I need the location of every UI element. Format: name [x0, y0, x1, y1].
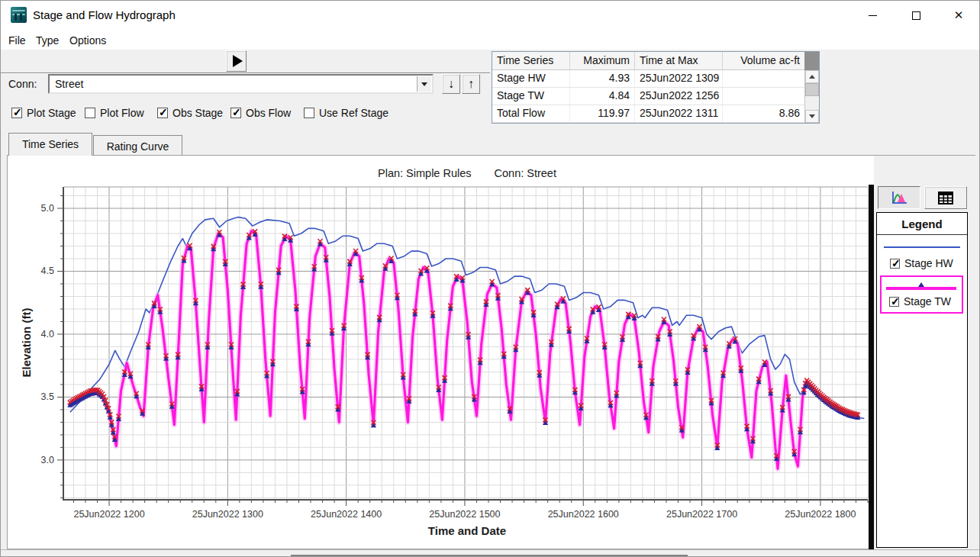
- conn-combobox-value: Street: [55, 78, 83, 90]
- time-series-tab-content: 25Jun2022 120025Jun2022 130025Jun2022 14…: [7, 155, 975, 549]
- row0-series: Stage HW: [492, 70, 570, 87]
- x-axis-label: Time and Date: [428, 524, 506, 537]
- row2-time-at-max: 25Jun2022 1311: [635, 105, 723, 122]
- row1-time-at-max: 25Jun2022 1256: [635, 88, 723, 105]
- legend-splitter-handle[interactable]: [869, 185, 874, 549]
- table-row[interactable]: Stage TW 4.84 25Jun2022 1256: [492, 88, 819, 105]
- observed-data-markers: [67, 229, 860, 460]
- hec-ras-app-icon: [11, 7, 27, 23]
- obs-stage-label: Obs Stage: [172, 107, 223, 119]
- summary-stats-table: Time Series Maximum Time at Max Volume a…: [492, 51, 820, 124]
- svg-text:25Jun2022 1800: 25Jun2022 1800: [785, 509, 856, 520]
- svg-text:25Jun2022 1200: 25Jun2022 1200: [73, 509, 144, 520]
- stage-hw-checkbox-icon: [890, 259, 900, 269]
- scrollbar-thumb[interactable]: [805, 83, 819, 96]
- conn-dropdown-button[interactable]: [417, 76, 431, 92]
- scroll-down-icon: [809, 114, 815, 118]
- svg-text:3.0: 3.0: [41, 455, 54, 465]
- legend-title: Legend: [877, 213, 967, 235]
- maximize-icon: [912, 11, 920, 20]
- svg-text:5.0: 5.0: [41, 203, 54, 214]
- row2-series: Total Flow: [492, 105, 570, 122]
- col-volume: Volume ac-ft: [723, 52, 805, 69]
- stage-hw-line-sample: [884, 246, 960, 248]
- col-time-series: Time Series: [492, 52, 570, 69]
- menu-options[interactable]: Options: [66, 33, 109, 48]
- tab-time-series[interactable]: Time Series: [8, 133, 92, 156]
- plot-flow-checkbox-icon: [85, 108, 95, 118]
- conn-combobox[interactable]: Street: [48, 74, 434, 94]
- plot-flow-label: Plot Flow: [100, 107, 144, 119]
- row0-time-at-max: 25Jun2022 1309: [635, 70, 723, 87]
- row1-maximum: 4.84: [570, 88, 635, 105]
- chart-title: Plan: Simple RulesConn: Street: [378, 167, 556, 179]
- svg-text:25Jun2022 1500: 25Jun2022 1500: [429, 509, 500, 520]
- next-connection-button[interactable]: ↑: [462, 74, 480, 94]
- svg-text:25Jun2022 1400: 25Jun2022 1400: [311, 509, 382, 520]
- table-scrollbar[interactable]: [804, 70, 819, 123]
- show-table-button[interactable]: [924, 186, 967, 209]
- tab-rating-curve[interactable]: Rating Curve: [93, 135, 182, 156]
- legend-entry-stage-tw-selected[interactable]: Stage TW: [880, 275, 963, 314]
- arrow-up-icon: ↑: [468, 77, 474, 91]
- obs-flow-label: Obs Flow: [246, 107, 291, 119]
- previous-connection-button[interactable]: ↓: [442, 74, 460, 94]
- col-maximum: Maximum: [570, 52, 635, 69]
- play-icon: [233, 55, 243, 67]
- show-plot-button[interactable]: [878, 186, 920, 209]
- menu-file[interactable]: File: [5, 33, 29, 48]
- menu-type[interactable]: Type: [33, 33, 62, 48]
- use-ref-stage-label: Use Ref Stage: [319, 107, 388, 119]
- row0-volume: [723, 70, 805, 87]
- row2-maximum: 119.97: [570, 105, 635, 122]
- checkbox-use-ref-stage[interactable]: Use Ref Stage: [304, 107, 388, 119]
- conn-label: Conn:: [8, 78, 37, 90]
- svg-text:25Jun2022 1600: 25Jun2022 1600: [548, 509, 619, 520]
- table-icon: [938, 192, 953, 204]
- plot-icon: [891, 190, 907, 205]
- stage-tw-line-sample: [886, 287, 956, 290]
- animate-play-button[interactable]: [226, 50, 247, 72]
- svg-text:3.5: 3.5: [41, 391, 54, 402]
- checkbox-plot-stage[interactable]: Plot Stage: [11, 107, 76, 119]
- row0-maximum: 4.93: [570, 70, 635, 87]
- stats-header-row: Time Series Maximum Time at Max Volume a…: [492, 52, 819, 70]
- table-row[interactable]: Stage HW 4.93 25Jun2022 1309: [492, 70, 819, 88]
- svg-text:4.0: 4.0: [41, 329, 54, 340]
- obs-stage-checkbox-icon: [157, 108, 168, 118]
- arrow-down-icon: ↓: [448, 77, 454, 91]
- legend-entry-stage-tw[interactable]: Stage TW: [889, 295, 951, 307]
- title-bar: Stage and Flow Hydrograph ✕: [1, 1, 979, 30]
- scroll-up-icon: [809, 75, 815, 79]
- close-button[interactable]: ✕: [941, 1, 976, 30]
- hydrograph-plot[interactable]: 25Jun2022 120025Jun2022 130025Jun2022 14…: [8, 156, 869, 549]
- obs-flow-triangle-icon: [918, 282, 924, 287]
- axis-tick-labels: 25Jun2022 120025Jun2022 130025Jun2022 14…: [41, 203, 856, 520]
- legend-entry-stage-hw[interactable]: Stage HW: [890, 257, 953, 269]
- use-ref-stage-checkbox-icon: [304, 108, 314, 118]
- close-icon: ✕: [954, 8, 964, 22]
- svg-text:25Jun2022 1700: 25Jun2022 1700: [666, 509, 737, 520]
- stage-tw-checkbox-icon: [889, 297, 899, 307]
- svg-text:25Jun2022 1300: 25Jun2022 1300: [192, 509, 263, 520]
- window-title: Stage and Flow Hydrograph: [33, 8, 176, 21]
- checkbox-plot-flow[interactable]: Plot Flow: [85, 107, 144, 119]
- checkbox-obs-flow[interactable]: Obs Flow: [230, 107, 291, 119]
- scroll-up-button[interactable]: [805, 70, 819, 83]
- legend-box: Legend Stage HW Stage TW: [876, 212, 968, 548]
- scroll-down-button[interactable]: [805, 110, 819, 123]
- col-time-at-max: Time at Max: [635, 52, 723, 69]
- plot-stage-label: Plot Stage: [27, 107, 76, 119]
- minimize-button[interactable]: [855, 1, 890, 30]
- checkbox-obs-stage[interactable]: Obs Stage: [157, 107, 223, 119]
- maximize-button[interactable]: [898, 1, 933, 30]
- y-axis-label: Elevation (ft): [20, 308, 33, 378]
- plot-grid: [64, 187, 868, 499]
- table-row[interactable]: Total Flow 119.97 25Jun2022 1311 8.86: [492, 105, 819, 123]
- stage-flow-hydrograph-window: Stage and Flow Hydrograph ✕ File Type Op…: [0, 0, 980, 557]
- stage-tw-label: Stage TW: [904, 295, 951, 307]
- svg-text:4.5: 4.5: [41, 266, 54, 276]
- table-corner: [804, 52, 819, 70]
- stage-hw-label: Stage HW: [904, 257, 953, 269]
- control-panel: Conn: Street ↓ ↑ Plot Stage Plot Flow Ob…: [1, 50, 979, 557]
